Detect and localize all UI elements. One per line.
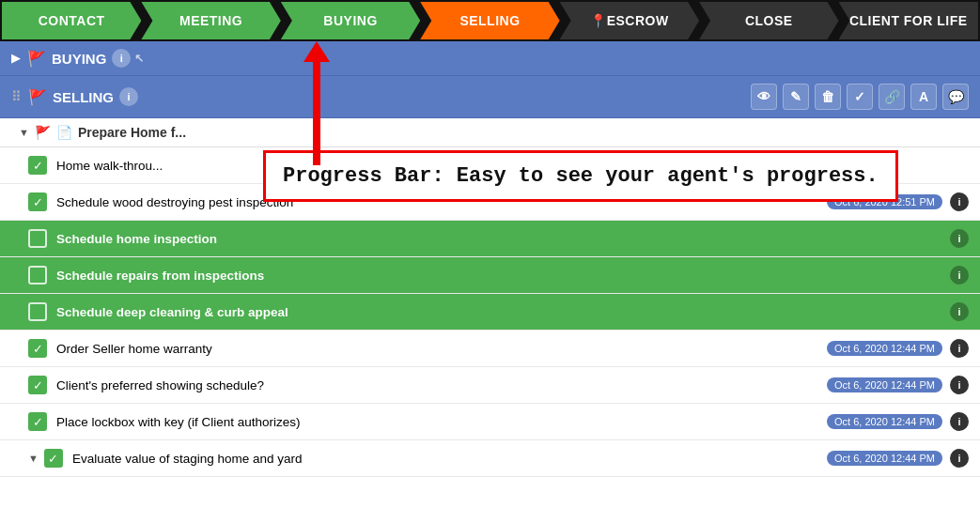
selling-section-header[interactable]: ⠿ 🚩 SELLING i 👁 ✎ 🗑 ✓ 🔗 A 💬 — [0, 76, 980, 118]
buying-flag-icon: 🚩 — [27, 50, 46, 68]
task-row: ▼ ✓ Evaluate value of staging home and y… — [0, 440, 980, 477]
pin-icon: 📍 — [590, 13, 607, 28]
buying-toggle-icon: ▶ — [11, 52, 20, 65]
task-row: ✓ Order Seller home warranty Oct 6, 2020… — [0, 331, 980, 367]
buying-section-label: BUYING — [52, 51, 106, 67]
task-info-button[interactable]: i — [950, 229, 969, 248]
task-label: Evaluate value of staging home and yard — [72, 452, 819, 466]
subtask-toggle-icon: ▼ — [28, 453, 39, 464]
task-label: Schedule home inspection — [56, 232, 942, 246]
task-checkbox[interactable] — [28, 229, 47, 248]
buying-info-button[interactable]: i — [112, 49, 131, 68]
text-button[interactable]: A — [910, 84, 937, 110]
nav-clientforlife-label: CLIENT FOR LIFE — [849, 13, 968, 28]
buying-section-header[interactable]: ▶ 🚩 BUYING i ↖ — [0, 41, 980, 76]
task-checkbox[interactable]: ✓ — [44, 449, 63, 468]
task-checkbox[interactable] — [28, 302, 47, 321]
subsection-flag-icon: 🚩 — [35, 125, 51, 140]
content-area: ▶ 🚩 BUYING i ↖ ⠿ 🚩 SELLING i 👁 ✎ 🗑 ✓ 🔗 A… — [0, 41, 980, 477]
nav-escrow[interactable]: 📍 ESCROW — [560, 2, 699, 39]
drag-handle-icon[interactable]: ⠿ — [11, 89, 21, 104]
progress-tooltip: Progress Bar: Easy to see your agent's p… — [263, 150, 898, 202]
nav-bar: CONTACT MEETING BUYING SELLING 📍 ESCROW … — [0, 0, 980, 41]
nav-meeting-label: MEETING — [179, 13, 242, 28]
task-checkbox[interactable] — [28, 266, 47, 285]
task-info-button[interactable]: i — [950, 192, 969, 211]
nav-buying-label: BUYING — [323, 13, 377, 28]
nav-close-label: CLOSE — [745, 13, 793, 28]
task-checkbox[interactable]: ✓ — [28, 376, 47, 394]
arrow-shaft — [313, 62, 320, 165]
task-info-button[interactable]: i — [950, 376, 969, 394]
check-button[interactable]: ✓ — [847, 84, 873, 110]
nav-selling[interactable]: SELLING — [420, 2, 559, 39]
task-row: Schedule deep cleaning & curb appeal i — [0, 294, 980, 331]
task-label: Order Seller home warranty — [56, 342, 819, 356]
subsection-title: Prepare Home f... — [78, 125, 186, 140]
eye-button[interactable]: 👁 — [751, 84, 777, 110]
task-timestamp: Oct 6, 2020 12:44 PM — [827, 414, 942, 429]
task-checkbox[interactable]: ✓ — [28, 156, 47, 175]
selling-flag-icon: 🚩 — [28, 88, 47, 106]
task-info-button[interactable]: i — [950, 302, 969, 321]
task-info-button[interactable]: i — [950, 266, 969, 285]
subsection-toggle-icon: ▼ — [19, 127, 29, 138]
task-row: Schedule home inspection i — [0, 221, 980, 257]
task-label: Place lockbox with key (if Client author… — [56, 415, 819, 429]
nav-contact[interactable]: CONTACT — [2, 2, 141, 39]
task-checkbox[interactable]: ✓ — [28, 339, 47, 358]
nav-clientforlife[interactable]: CLIENT FOR LIFE — [839, 2, 978, 39]
progress-tooltip-text: Progress Bar: Easy to see your agent's p… — [283, 164, 879, 188]
nav-escrow-label: ESCROW — [607, 13, 669, 28]
nav-meeting[interactable]: MEETING — [141, 2, 280, 39]
task-info-button[interactable]: i — [950, 412, 969, 431]
task-row: ✓ Place lockbox with key (if Client auth… — [0, 404, 980, 440]
nav-buying[interactable]: BUYING — [281, 2, 420, 39]
task-info-button[interactable]: i — [950, 339, 969, 358]
nav-close[interactable]: CLOSE — [699, 2, 838, 39]
selling-info-button[interactable]: i — [119, 87, 138, 106]
link-button[interactable]: 🔗 — [879, 84, 905, 110]
nav-selling-label: SELLING — [459, 13, 520, 28]
task-row: Schedule repairs from inspections i — [0, 257, 980, 294]
task-label: Schedule deep cleaning & curb appeal — [56, 305, 942, 319]
edit-button[interactable]: ✎ — [783, 84, 809, 110]
task-label: Client's preferred showing schedule? — [56, 378, 819, 392]
task-checkbox[interactable]: ✓ — [28, 192, 47, 211]
comment-button[interactable]: 💬 — [942, 84, 969, 110]
task-info-button[interactable]: i — [950, 449, 969, 468]
arrow-head — [303, 41, 330, 62]
task-checkbox[interactable]: ✓ — [28, 412, 47, 431]
progress-arrow — [303, 41, 330, 165]
task-label: Schedule repairs from inspections — [56, 269, 942, 283]
task-timestamp: Oct 6, 2020 12:44 PM — [827, 451, 942, 466]
document-icon: 📄 — [56, 125, 72, 140]
nav-contact-label: CONTACT — [39, 13, 105, 28]
subsection-header[interactable]: ▼ 🚩 📄 Prepare Home f... — [0, 118, 980, 147]
selling-section-label: SELLING — [53, 89, 114, 105]
task-row: ✓ Client's preferred showing schedule? O… — [0, 367, 980, 404]
task-timestamp: Oct 6, 2020 12:44 PM — [827, 377, 942, 392]
delete-button[interactable]: 🗑 — [815, 84, 841, 110]
task-timestamp: Oct 6, 2020 12:44 PM — [827, 341, 942, 356]
selling-actions: 👁 ✎ 🗑 ✓ 🔗 A 💬 — [751, 84, 969, 110]
cursor-hint: ↖ — [134, 52, 144, 65]
